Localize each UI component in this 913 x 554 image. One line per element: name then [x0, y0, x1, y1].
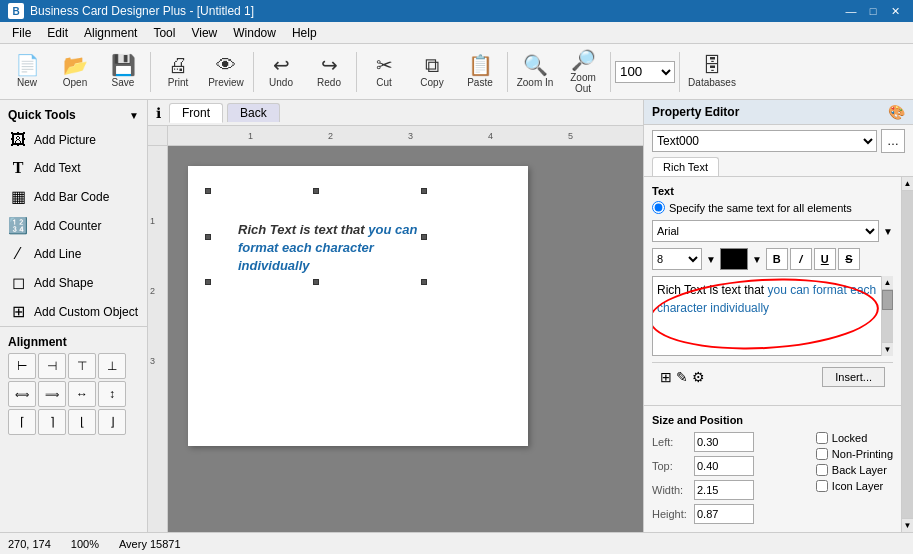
insert-button[interactable]: Insert...: [822, 367, 885, 387]
quick-tools-toggle[interactable]: ▼: [129, 110, 139, 121]
align-bl-button[interactable]: ⌊: [68, 409, 96, 435]
locked-checkbox[interactable]: [816, 432, 828, 444]
align-center-v-button[interactable]: ⟹: [38, 381, 66, 407]
print-button[interactable]: 🖨 Print: [155, 47, 201, 97]
prop-editor-scrollbar[interactable]: ▲ ▼: [901, 177, 913, 532]
menu-tool[interactable]: Tool: [145, 24, 183, 42]
handle-bm[interactable]: [313, 279, 319, 285]
align-bottom-button[interactable]: ⊥: [98, 353, 126, 379]
paste-label: Paste: [467, 77, 493, 88]
add-counter-button[interactable]: 🔢 Add Counter: [0, 211, 147, 240]
text-area-scrollbar[interactable]: ▲ ▼: [881, 276, 893, 356]
handle-tl[interactable]: [205, 188, 211, 194]
menu-file[interactable]: File: [4, 24, 39, 42]
tab-front[interactable]: Front: [169, 103, 223, 123]
add-text-button[interactable]: T Add Text: [0, 154, 147, 182]
new-button[interactable]: 📄 New: [4, 47, 50, 97]
rich-text-area[interactable]: Rich Text is text that you can format ea…: [652, 276, 893, 356]
radio-same-text[interactable]: [652, 201, 665, 214]
menu-alignment[interactable]: Alignment: [76, 24, 145, 42]
align-dist-v-button[interactable]: ↕: [98, 381, 126, 407]
bold-button[interactable]: B: [766, 248, 788, 270]
add-barcode-button[interactable]: ▦ Add Bar Code: [0, 182, 147, 211]
menu-help[interactable]: Help: [284, 24, 325, 42]
zoom-out-button[interactable]: 🔎 Zoom Out: [560, 47, 606, 97]
back-layer-checkbox[interactable]: [816, 464, 828, 476]
align-br-button[interactable]: ⌋: [98, 409, 126, 435]
paste-button[interactable]: 📋 Paste: [457, 47, 503, 97]
handle-br[interactable]: [421, 279, 427, 285]
canvas-surface[interactable]: Rich Text is text that you can format ea…: [168, 146, 643, 532]
menu-view[interactable]: View: [183, 24, 225, 42]
preview-icon: 👁: [216, 55, 236, 75]
menu-edit[interactable]: Edit: [39, 24, 76, 42]
prop-scroll-up[interactable]: ▲: [902, 177, 913, 191]
undo-button[interactable]: ↩ Undo: [258, 47, 304, 97]
prop-content: Text Specify the same text for all eleme…: [644, 177, 901, 405]
prop-icon-btn-1[interactable]: …: [881, 129, 905, 153]
close-button[interactable]: ✕: [885, 3, 905, 19]
tab-back[interactable]: Back: [227, 103, 280, 122]
icon-layer-checkbox[interactable]: [816, 480, 828, 492]
width-input[interactable]: [694, 480, 754, 500]
zoom-control: 100 50 75 150 200: [615, 61, 675, 83]
open-button[interactable]: 📂 Open: [52, 47, 98, 97]
menu-window[interactable]: Window: [225, 24, 284, 42]
vertical-ruler: 1 2 3: [148, 146, 168, 532]
left-input[interactable]: [694, 432, 754, 452]
horizontal-ruler: 1 2 3 4 5: [168, 126, 643, 146]
prop-icon-color[interactable]: 🎨: [888, 104, 905, 120]
zoom-in-button[interactable]: 🔍 Zoom In: [512, 47, 558, 97]
handle-bl[interactable]: [205, 279, 211, 285]
align-center-h-button[interactable]: ⟺: [8, 381, 36, 407]
prop-scroll-down[interactable]: ▼: [902, 518, 913, 532]
font-size-select[interactable]: 8: [652, 248, 702, 270]
minimize-button[interactable]: —: [841, 3, 861, 19]
cut-button[interactable]: ✂ Cut: [361, 47, 407, 97]
object-select[interactable]: Text000: [652, 130, 877, 152]
height-label: Height:: [652, 508, 690, 520]
align-tl-button[interactable]: ⌈: [8, 409, 36, 435]
copy-button[interactable]: ⧉ Copy: [409, 47, 455, 97]
paste-icon: 📋: [468, 55, 493, 75]
tab-rich-text[interactable]: Rich Text: [652, 157, 719, 176]
add-custom-object-button[interactable]: ⊞ Add Custom Object: [0, 297, 147, 326]
underline-button[interactable]: U: [814, 248, 836, 270]
non-printing-checkbox[interactable]: [816, 448, 828, 460]
redo-button[interactable]: ↪ Redo: [306, 47, 352, 97]
handle-tm[interactable]: [313, 188, 319, 194]
scroll-thumb[interactable]: [882, 290, 893, 310]
add-picture-button[interactable]: 🖼 Add Picture: [0, 126, 147, 154]
handle-mr[interactable]: [421, 234, 427, 240]
left-label: Left:: [652, 436, 690, 448]
align-tr-button[interactable]: ⌉: [38, 409, 66, 435]
italic-button[interactable]: /: [790, 248, 812, 270]
height-input[interactable]: [694, 504, 754, 524]
databases-button[interactable]: 🗄 Databases: [684, 47, 740, 97]
prop-icons-row: ⊞ ✎ ⚙: [660, 369, 705, 385]
info-icon[interactable]: ℹ: [152, 103, 165, 123]
color-picker-button[interactable]: [720, 248, 748, 270]
add-shape-button[interactable]: ◻ Add Shape: [0, 268, 147, 297]
strikethrough-button[interactable]: S: [838, 248, 860, 270]
insert-field-icon[interactable]: ⊞: [660, 369, 672, 385]
save-button[interactable]: 💾 Save: [100, 47, 146, 97]
settings-icon[interactable]: ⚙: [692, 369, 705, 385]
scroll-down-button[interactable]: ▼: [882, 342, 893, 356]
format-icon[interactable]: ✎: [676, 369, 688, 385]
preview-button[interactable]: 👁 Preview: [203, 47, 249, 97]
locked-row: Locked: [816, 432, 893, 444]
align-left-button[interactable]: ⊢: [8, 353, 36, 379]
font-family-select[interactable]: Arial: [652, 220, 879, 242]
title-bar: B Business Card Designer Plus - [Untitle…: [0, 0, 913, 22]
maximize-button[interactable]: □: [863, 3, 883, 19]
align-dist-h-button[interactable]: ↔: [68, 381, 96, 407]
handle-tr[interactable]: [421, 188, 427, 194]
align-top-button[interactable]: ⊤: [68, 353, 96, 379]
add-line-button[interactable]: ∕ Add Line: [0, 240, 147, 268]
align-right-button[interactable]: ⊣: [38, 353, 66, 379]
top-input[interactable]: [694, 456, 754, 476]
handle-ml[interactable]: [205, 234, 211, 240]
scroll-up-button[interactable]: ▲: [882, 276, 893, 290]
zoom-select[interactable]: 100 50 75 150 200: [615, 61, 675, 83]
